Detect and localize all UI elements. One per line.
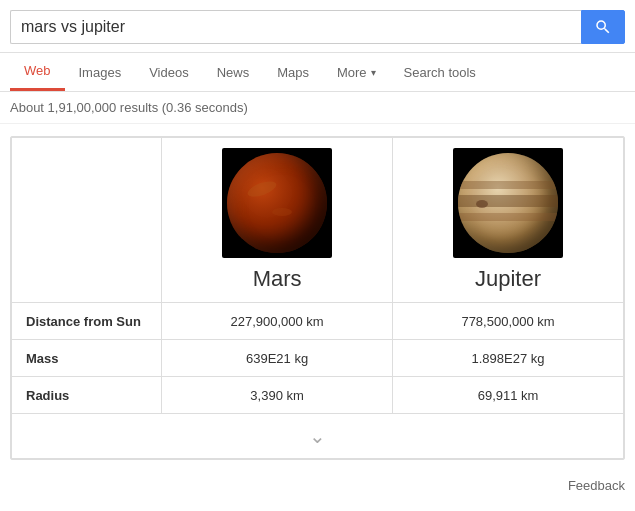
tab-videos-label: Videos (149, 65, 189, 80)
row2-value2: 1.898E27 kg (393, 340, 624, 377)
planet2-header: Jupiter (393, 138, 624, 303)
tab-web-label: Web (24, 63, 51, 78)
row3-value2: 69,911 km (393, 377, 624, 414)
tab-images[interactable]: Images (65, 55, 136, 90)
expand-row[interactable]: ⌄ (12, 414, 624, 459)
planet1-header: Mars (162, 138, 393, 303)
mars-planet-visual (227, 153, 327, 253)
jupiter-planet-visual (458, 153, 558, 253)
row1-label: Distance from Sun (12, 303, 162, 340)
jupiter-band-1 (458, 181, 558, 189)
tab-maps[interactable]: Maps (263, 55, 323, 90)
tab-more-label: More (337, 65, 367, 80)
tab-news[interactable]: News (203, 55, 264, 90)
feedback-link[interactable]: Feedback (568, 478, 625, 493)
mars-surface-detail-1 (246, 178, 278, 200)
tab-videos[interactable]: Videos (135, 55, 203, 90)
table-row: Mass 639E21 kg 1.898E27 kg (12, 340, 624, 377)
row1-value1: 227,900,000 km (162, 303, 393, 340)
nav-tabs: Web Images Videos News Maps More ▾ Searc… (0, 53, 635, 92)
search-input[interactable] (21, 18, 571, 36)
jupiter-great-spot (476, 200, 488, 208)
mars-surface-detail-2 (272, 208, 292, 216)
results-count-text: About 1,91,00,000 results (0.36 seconds) (10, 100, 248, 115)
tab-more[interactable]: More ▾ (323, 55, 390, 90)
search-input-wrapper (10, 10, 581, 44)
comparison-table: Mars Jupiter (11, 137, 624, 459)
row2-value1: 639E21 kg (162, 340, 393, 377)
feedback-bar: Feedback (0, 472, 635, 499)
tab-images-label: Images (79, 65, 122, 80)
tab-maps-label: Maps (277, 65, 309, 80)
expand-icon: ⌄ (309, 424, 326, 448)
planet1-name: Mars (176, 266, 378, 292)
expand-cell[interactable]: ⌄ (12, 414, 624, 459)
jupiter-band-3 (458, 213, 558, 221)
table-row: Radius 3,390 km 69,911 km (12, 377, 624, 414)
feedback-label: Feedback (568, 478, 625, 493)
row3-label: Radius (12, 377, 162, 414)
results-count: About 1,91,00,000 results (0.36 seconds) (0, 92, 635, 124)
jupiter-band-2 (458, 195, 558, 207)
comparison-header-empty (12, 138, 162, 303)
search-bar (0, 0, 635, 53)
tab-search-tools-label: Search tools (404, 65, 476, 80)
tab-news-label: News (217, 65, 250, 80)
tab-web[interactable]: Web (10, 53, 65, 91)
row3-value1: 3,390 km (162, 377, 393, 414)
planet2-name: Jupiter (407, 266, 609, 292)
mars-image (222, 148, 332, 258)
search-button[interactable] (581, 10, 625, 44)
row2-label: Mass (12, 340, 162, 377)
row1-value2: 778,500,000 km (393, 303, 624, 340)
tab-search-tools[interactable]: Search tools (390, 55, 490, 90)
chevron-down-icon: ▾ (371, 67, 376, 78)
table-row: Distance from Sun 227,900,000 km 778,500… (12, 303, 624, 340)
comparison-container: Mars Jupiter (10, 136, 625, 460)
jupiter-image (453, 148, 563, 258)
search-icon (594, 18, 612, 36)
